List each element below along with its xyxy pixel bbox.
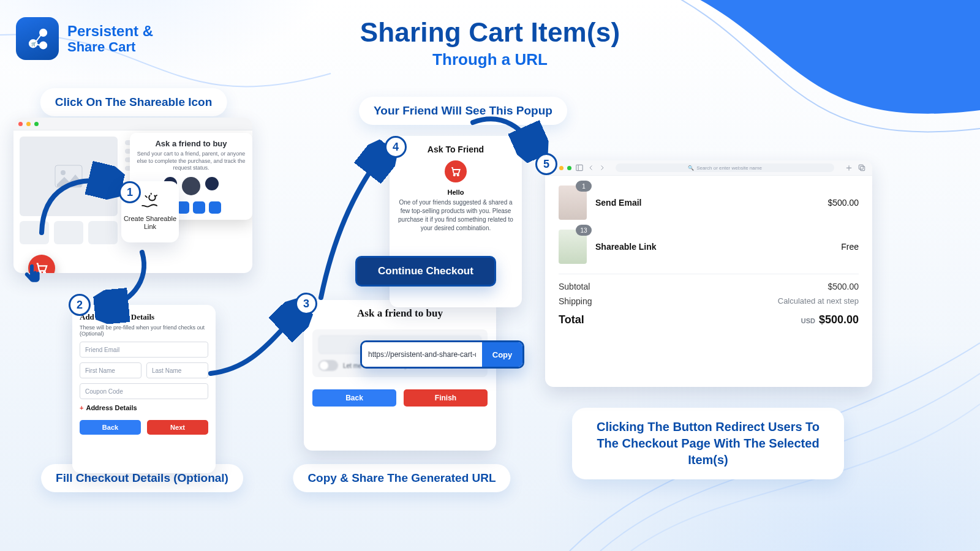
brand-text: Persistent & Share Cart	[67, 23, 153, 55]
traffic-min-icon	[26, 122, 31, 126]
svg-point-9	[43, 272, 45, 273]
toggle-switch-icon	[318, 360, 338, 371]
panel2-note: These will be pre-filled when your frien…	[80, 324, 208, 337]
step-badge-1: 1	[119, 181, 141, 203]
traffic-max-icon	[567, 166, 571, 170]
svg-point-11	[458, 174, 459, 176]
address-expand[interactable]: +Address Details	[80, 404, 208, 411]
svg-line-3	[36, 36, 40, 42]
caption-step3: Copy & Share The Generated URL	[293, 464, 510, 492]
panel3-title: Ask a friend to buy	[312, 307, 488, 320]
shipping-label: Shipping	[559, 296, 592, 306]
qty-badge: 13	[576, 225, 592, 236]
product-thumb: 13	[559, 230, 587, 264]
tile-label: Create Shareable Link	[121, 215, 179, 231]
brand-logo: 🛒	[16, 17, 59, 60]
svg-point-7	[61, 170, 66, 175]
product-price: $500.00	[827, 198, 859, 208]
step-badge-4: 4	[385, 136, 407, 158]
last-name-field[interactable]: Last Name	[146, 362, 208, 378]
brand-line1: Persistent &	[67, 23, 153, 39]
back-button[interactable]: Back	[80, 420, 141, 435]
address-bar[interactable]: 🔍Search or enter website name	[616, 163, 834, 172]
page-subtitle: Through a URL	[360, 50, 620, 69]
product-name: Shareable Link	[595, 242, 657, 252]
product-image-placeholder	[20, 137, 118, 216]
brand-block: 🛒 Persistent & Share Cart	[16, 17, 153, 60]
caption-step4: Your Friend Will See This Popup	[359, 97, 567, 125]
subtotal-label: Subtotal	[559, 282, 590, 291]
share-url-input[interactable]	[362, 342, 482, 367]
panel3-finish-button[interactable]: Finish	[404, 389, 488, 407]
svg-point-1	[40, 29, 47, 36]
total-label: Total	[559, 313, 584, 326]
friend-email-field[interactable]: Friend Email	[80, 342, 208, 358]
copy-url-bar: Copy	[360, 340, 524, 369]
total-currency: USD	[801, 317, 815, 324]
browser-chrome-5: 🔍Search or enter website name ＋	[545, 160, 872, 176]
sidebar-icon	[575, 163, 584, 172]
svg-point-2	[40, 42, 47, 49]
cart-item: 13 Shareable Link Free	[559, 230, 859, 264]
shipping-value: Calculated at next step	[778, 296, 859, 306]
total-value: $500.00	[819, 313, 859, 326]
first-name-field[interactable]: First Name	[80, 362, 141, 378]
share-popup-title: Ask a friend to buy	[136, 139, 246, 148]
svg-text:🛒: 🛒	[31, 41, 37, 47]
cart-icon	[445, 160, 467, 182]
panel3-back-button[interactable]: Back	[312, 389, 396, 407]
product-thumb: 1	[559, 186, 587, 220]
svg-rect-15	[861, 167, 865, 171]
copy-button[interactable]: Copy	[482, 342, 522, 367]
traffic-max-icon	[34, 122, 39, 126]
panel-checkout-details: Add Checkout Details These will be pre-f…	[72, 305, 216, 473]
traffic-min-icon	[559, 166, 564, 170]
caption-step5: Clicking The Button Redirect Users To Th…	[572, 408, 844, 479]
subtotal-value: $500.00	[827, 282, 859, 291]
traffic-close-icon	[18, 122, 23, 126]
panel4-desc: One of your friends suggested & shared a…	[397, 198, 514, 233]
svg-line-4	[37, 45, 41, 45]
cursor-hand-icon	[22, 263, 43, 287]
panel2-title: Add Checkout Details	[80, 312, 208, 322]
svg-rect-14	[859, 165, 863, 169]
product-name: Send Email	[595, 198, 641, 208]
step-badge-3: 3	[295, 293, 317, 315]
next-button[interactable]: Next	[147, 420, 208, 435]
page-heading: Sharing Cart Item(s) Through a URL	[360, 17, 620, 69]
qty-badge: 1	[576, 181, 592, 192]
continue-checkout-button[interactable]: Continue Checkout	[355, 256, 496, 287]
step-badge-5: 5	[535, 153, 557, 175]
cart-item: 1 Send Email $500.00	[559, 186, 859, 220]
caption-step1: Click On The Shareable Icon	[40, 88, 227, 116]
page-title: Sharing Cart Item(s)	[360, 17, 620, 48]
share-hand-icon	[140, 193, 160, 211]
new-tab-icon[interactable]: ＋	[844, 162, 854, 174]
browser-chrome	[13, 118, 252, 130]
share-popup-text: Send your cart to a friend, parent, or a…	[136, 151, 246, 172]
panel4-title: Ask To Friend	[397, 144, 514, 154]
product-price: Free	[841, 242, 859, 252]
coupon-field[interactable]: Coupon Code	[80, 383, 208, 399]
panel-url-share: Ask a friend to buy Let me know once the…	[304, 300, 496, 451]
svg-rect-12	[576, 165, 583, 170]
step-badge-2: 2	[69, 294, 91, 316]
brand-line2: Share Cart	[67, 39, 153, 54]
nav-back-icon[interactable]	[587, 164, 595, 171]
svg-point-10	[454, 174, 455, 176]
tabs-icon[interactable]	[858, 163, 866, 172]
panel-checkout-page: 🔍Search or enter website name ＋ 1 Send E…	[545, 160, 872, 387]
nav-forward-icon[interactable]	[598, 164, 606, 171]
panel4-hello: Hello	[397, 189, 514, 196]
